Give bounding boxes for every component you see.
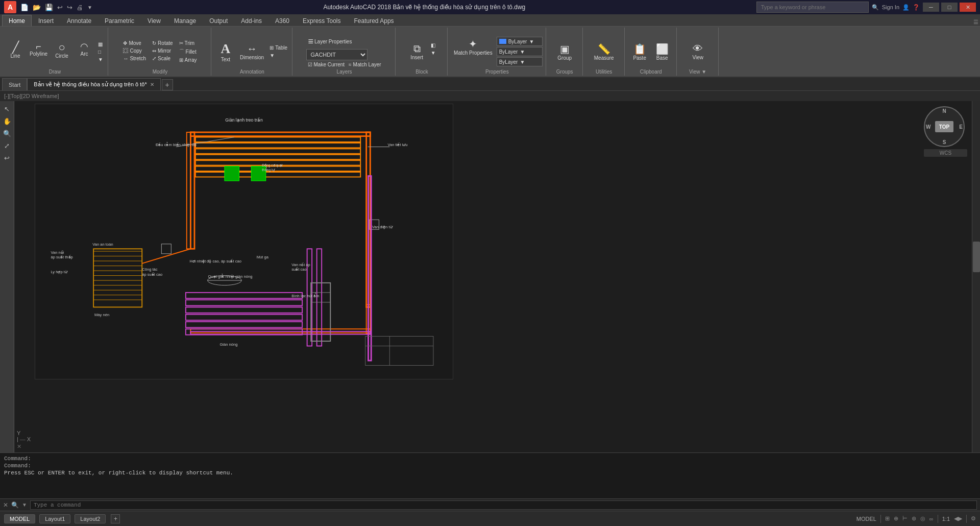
grid-icon[interactable]: ⊞ xyxy=(885,515,890,522)
dimension-button[interactable]: ↔ Dimension xyxy=(238,42,266,61)
tab-home[interactable]: Home xyxy=(2,15,32,26)
ortho-icon[interactable]: ⊢ xyxy=(902,515,908,522)
trim-button[interactable]: ✂Trim xyxy=(178,40,199,46)
undo-tool[interactable]: ↩ xyxy=(1,152,13,163)
arc-label: Arc xyxy=(81,51,88,57)
zoom-tool[interactable]: 🔍 xyxy=(1,128,13,139)
text-icon: A xyxy=(221,41,231,57)
tab-addins[interactable]: Add-ins xyxy=(234,15,268,26)
print-icon[interactable]: 🖨 xyxy=(77,4,83,11)
undo-icon[interactable]: ↩ xyxy=(57,4,63,11)
lineweight-dropdown[interactable]: ByLayer ▼ xyxy=(497,57,543,66)
array-button[interactable]: ⊞Array xyxy=(178,57,199,63)
copy-button[interactable]: ⿴Copy xyxy=(121,47,148,54)
insert-block-icon: ⧉ xyxy=(413,43,421,55)
more-annotation-button[interactable]: ▼ xyxy=(268,52,289,59)
hatch-button[interactable]: ▦ xyxy=(96,41,105,47)
polyline-button[interactable]: ⌐ Polyline xyxy=(28,41,50,58)
tab-manage[interactable]: Manage xyxy=(167,15,203,26)
line-button[interactable]: ╱ Line xyxy=(5,41,26,60)
help-icon[interactable]: ❓ xyxy=(913,4,920,11)
select-tool[interactable]: ↖ xyxy=(1,103,13,114)
zoom-controls[interactable]: ◀▶ xyxy=(954,515,962,522)
vertical-scrollbar[interactable] xyxy=(972,101,980,452)
tab-annotate[interactable]: Annotate xyxy=(60,15,98,26)
tab-drawing[interactable]: Bản vẽ hệ thống điều hòa sử dụng trên ô … xyxy=(27,78,160,90)
drawing-tab-label: Bản vẽ hệ thống điều hòa sử dụng trên ô … xyxy=(34,81,146,88)
table-button[interactable]: ⊞Table xyxy=(268,44,289,51)
layout1-tab[interactable]: Layout1 xyxy=(39,514,70,523)
pan-tool[interactable]: ✋ xyxy=(1,115,13,127)
cmd-clear-icon[interactable]: ✕ xyxy=(3,501,8,509)
open-icon[interactable]: 📂 xyxy=(33,4,41,11)
scale-button[interactable]: ⤢Scale xyxy=(151,55,174,62)
close-tab-icon[interactable]: ✕ xyxy=(150,82,154,87)
layer-properties-button[interactable]: ≡ Layer Properties xyxy=(306,35,354,48)
ribbon-group-block: ⧉ Insert ◧ ▼ Block xyxy=(397,28,448,76)
search-icon[interactable]: 🔍 xyxy=(872,4,879,11)
color-dropdown[interactable]: ByLayer ▼ xyxy=(497,37,543,46)
line-icon: ╱ xyxy=(12,42,19,53)
svg-rect-32 xyxy=(186,307,302,313)
region-button[interactable]: □ xyxy=(96,49,105,55)
new-icon[interactable]: 📄 xyxy=(20,4,29,11)
arc-button[interactable]: ◠ Arc xyxy=(74,41,94,58)
create-block-button[interactable]: ◧ xyxy=(429,42,437,49)
group-button[interactable]: ▣ Group xyxy=(554,42,575,62)
cmd-dropdown-icon[interactable]: ▼ xyxy=(22,502,27,508)
linetype-dropdown[interactable]: ByLayer ▼ xyxy=(497,47,543,56)
tab-parametric[interactable]: Parametric xyxy=(98,15,141,26)
dropdown-icon[interactable]: ▼ xyxy=(87,5,92,10)
circle-label: Circle xyxy=(55,53,68,59)
zoom-extents-tool[interactable]: ⤢ xyxy=(1,140,13,151)
signin-label[interactable]: Sign In xyxy=(882,4,899,10)
canvas-area[interactable]: Giàn lạnh treo trần Đầu cảm biến nhiệt đ… xyxy=(14,101,980,452)
more-draw-button[interactable]: ▼ xyxy=(96,56,105,63)
tab-view[interactable]: View xyxy=(141,15,167,26)
mirror-button[interactable]: ⇔Mirror xyxy=(151,47,174,54)
move-button[interactable]: ✥Move xyxy=(121,40,148,46)
insert-block-button[interactable]: ⧉ Insert xyxy=(407,42,427,61)
polar-icon[interactable]: ⊛ xyxy=(912,515,916,522)
restore-button[interactable]: □ xyxy=(941,3,958,12)
tab-express[interactable]: Express Tools xyxy=(296,15,347,26)
top-view-button[interactable]: TOP xyxy=(935,121,953,132)
text-button[interactable]: A Text xyxy=(215,40,236,63)
rotate-button[interactable]: ↻Rotate xyxy=(151,40,174,46)
make-current-button[interactable]: ☑Make Current xyxy=(306,61,347,68)
match-layer-button[interactable]: ≈Match Layer xyxy=(347,61,383,68)
paste-button[interactable]: 📋 Paste xyxy=(629,42,650,62)
settings-icon[interactable]: ⚙ xyxy=(971,515,976,522)
base-button[interactable]: ⬜ Base xyxy=(652,42,672,62)
save-icon[interactable]: 💾 xyxy=(45,4,53,11)
match-properties-button[interactable]: ✦ Match Properties xyxy=(452,37,495,57)
cmd-search-icon[interactable]: 🔍 xyxy=(11,501,19,509)
fillet-button[interactable]: ⌒Fillet xyxy=(178,47,199,56)
tab-featured[interactable]: Featured Apps xyxy=(348,15,401,26)
command-input[interactable] xyxy=(30,500,977,510)
tab-output[interactable]: Output xyxy=(203,15,234,26)
layout2-tab[interactable]: Layout2 xyxy=(75,514,106,523)
stretch-button[interactable]: ↔Stretch xyxy=(121,55,148,62)
tab-start[interactable]: Start xyxy=(2,78,27,90)
otrack-icon[interactable]: ∞ xyxy=(929,516,934,522)
circle-button[interactable]: ○ Circle xyxy=(52,41,72,60)
osnap-icon[interactable]: ◎ xyxy=(920,515,925,522)
scrollbar-thumb[interactable] xyxy=(973,242,980,272)
tab-a360[interactable]: A360 xyxy=(268,15,296,26)
ribbon-menu-icon[interactable]: ☰ xyxy=(972,18,980,26)
wcs-label: WCS xyxy=(924,149,967,157)
snap-icon[interactable]: ⊕ xyxy=(894,515,898,522)
close-button[interactable]: ✕ xyxy=(960,3,976,12)
measure-button[interactable]: 📏 Measure xyxy=(592,42,616,62)
tab-insert[interactable]: Insert xyxy=(32,15,60,26)
add-layout-button[interactable]: + xyxy=(111,514,120,523)
model-tab[interactable]: MODEL xyxy=(4,514,35,523)
new-tab-button[interactable]: + xyxy=(162,79,173,90)
layer-dropdown[interactable]: GACHDIT xyxy=(306,49,368,60)
view-button[interactable]: 👁 View xyxy=(688,42,708,61)
more-block-button[interactable]: ▼ xyxy=(429,50,437,56)
redo-icon[interactable]: ↪ xyxy=(67,4,72,11)
search-input[interactable] xyxy=(756,2,869,13)
minimize-button[interactable]: ─ xyxy=(923,3,939,12)
